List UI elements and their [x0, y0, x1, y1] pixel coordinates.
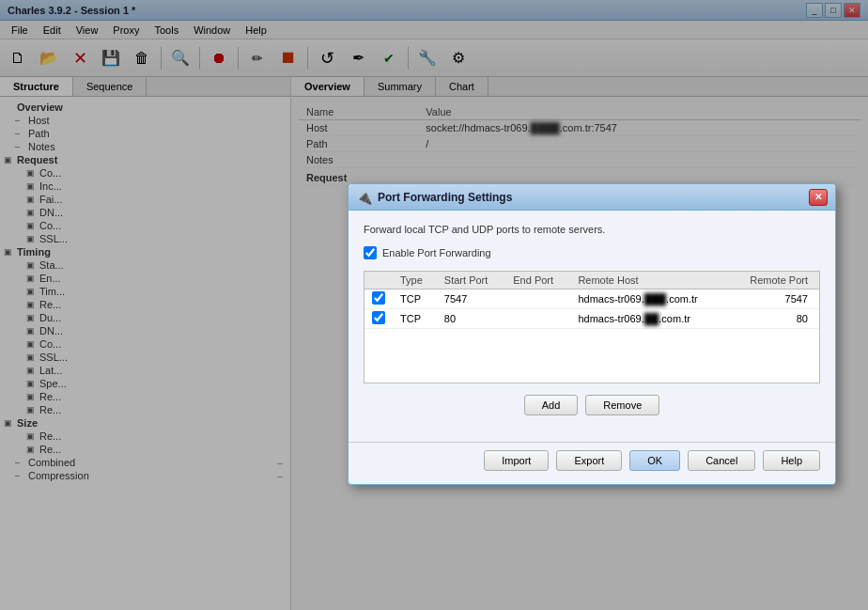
col-remote-port: Remote Port [729, 272, 819, 289]
dialog-title-text: Port Forwarding Settings [378, 191, 809, 204]
row-remote-host: hdmacs-tr069.███.com.tr [570, 289, 728, 309]
row-2-checkbox[interactable] [372, 311, 385, 324]
table-header-row: Type Start Port End Port Remote Host Rem… [364, 272, 819, 289]
dialog-description: Forward local TCP and UDP ports to remot… [364, 224, 820, 235]
col-checkbox [364, 272, 393, 289]
forwarding-table: Type Start Port End Port Remote Host Rem… [364, 272, 819, 329]
table-row: TCP 80 hdmacs-tr069.██.com.tr 80 [364, 309, 819, 329]
col-start-port: Start Port [437, 272, 505, 289]
col-end-port: End Port [505, 272, 570, 289]
row-type: TCP [393, 289, 437, 309]
add-button[interactable]: Add [524, 395, 579, 415]
row-remote-port: 80 [729, 309, 819, 329]
enable-port-forwarding-checkbox[interactable] [364, 246, 377, 259]
dialog-titlebar: 🔌 Port Forwarding Settings ✕ [349, 184, 835, 211]
add-remove-row: Add Remove [364, 395, 820, 415]
forwarding-table-wrapper: Type Start Port End Port Remote Host Rem… [364, 271, 820, 383]
enable-port-forwarding-label[interactable]: Enable Port Forwarding [382, 247, 491, 258]
ok-button[interactable]: OK [629, 450, 680, 471]
row-start-port: 80 [437, 309, 505, 329]
row-end-port [505, 309, 570, 329]
row-end-port [505, 289, 570, 309]
cancel-button[interactable]: Cancel [688, 450, 755, 471]
remove-button[interactable]: Remove [585, 395, 659, 415]
table-row: TCP 7547 hdmacs-tr069.███.com.tr 7547 [364, 289, 819, 309]
row-checkbox-cell [364, 309, 393, 329]
dialog-body: Forward local TCP and UDP ports to remot… [349, 211, 835, 442]
import-button[interactable]: Import [484, 450, 549, 471]
row-type: TCP [393, 309, 437, 329]
enable-forwarding-row: Enable Port Forwarding [364, 246, 820, 259]
row-1-checkbox[interactable] [372, 291, 385, 305]
help-button[interactable]: Help [763, 450, 820, 471]
dialog-close-button[interactable]: ✕ [809, 189, 828, 206]
blurred-text: ██ [644, 313, 659, 324]
row-remote-host: hdmacs-tr069.██.com.tr [570, 309, 728, 329]
col-type: Type [393, 272, 437, 289]
row-remote-port: 7547 [729, 289, 819, 309]
row-checkbox-cell [364, 289, 393, 309]
port-forwarding-dialog: 🔌 Port Forwarding Settings ✕ Forward loc… [348, 183, 836, 485]
dialog-title-icon: 🔌 [356, 190, 372, 205]
row-start-port: 7547 [437, 289, 505, 309]
export-button[interactable]: Export [556, 450, 622, 471]
col-remote-host: Remote Host [570, 272, 728, 289]
blurred-text: ███ [644, 293, 666, 305]
dialog-footer: Import Export OK Cancel Help [349, 442, 835, 484]
